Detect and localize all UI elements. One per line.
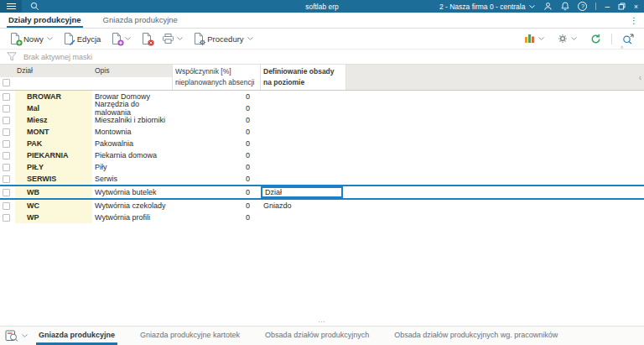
minimize-button[interactable]: – (605, 4, 610, 9)
cell-dzial[interactable]: WC (15, 200, 92, 212)
cell-opis[interactable]: Piły (92, 163, 172, 171)
table-row[interactable]: MalNarzędzia do malowania0 (0, 102, 644, 114)
clone-button[interactable] (108, 31, 134, 46)
cell-opis[interactable]: Piekarnia domowa (92, 151, 172, 159)
row-checkbox[interactable] (3, 164, 10, 171)
column-header-opis[interactable]: Opis (92, 65, 172, 90)
search-button[interactable] (30, 2, 39, 11)
table-row[interactable]: WBWytwórnia butelek0Dział (0, 185, 644, 200)
cell-wspolczynnik[interactable]: 0 (172, 213, 260, 222)
cell-definiowanie[interactable] (260, 114, 346, 126)
definiowanie-edit-input[interactable]: Dział (261, 186, 343, 198)
menu-button[interactable] (0, 0, 22, 13)
cell-wspolczynnik[interactable]: 0 (172, 104, 260, 112)
table-row[interactable]: PIŁYPiły0 (0, 161, 644, 173)
cell-definiowanie[interactable] (260, 161, 346, 173)
row-checkbox[interactable] (3, 93, 10, 101)
chart-button[interactable] (521, 32, 548, 45)
cell-dzial[interactable]: MONT (15, 126, 92, 138)
table-row[interactable]: WCWytwórnia czekolady0Gniazdo (0, 200, 644, 212)
column-header-wspolczynnik[interactable]: Współczynnik [%] nieplanowanych absencji (172, 65, 260, 90)
cell-wspolczynnik[interactable]: 0 (172, 201, 260, 210)
cell-definiowanie[interactable] (260, 149, 346, 161)
cell-dzial[interactable]: PIEKARNIA (15, 149, 92, 161)
company-selector[interactable]: 2 - Nasza firma 0 - centrala (439, 3, 536, 11)
cell-definiowanie[interactable] (260, 91, 346, 102)
table-row[interactable]: MieszMieszalniki i zbiorniki0 (0, 114, 644, 126)
cell-definiowanie[interactable] (260, 173, 346, 185)
maximize-button[interactable] (618, 3, 626, 10)
row-checkbox[interactable] (3, 152, 10, 159)
cell-definiowanie[interactable] (260, 212, 346, 223)
row-checkbox[interactable] (3, 175, 10, 183)
bottom-tab-gniazda-produkcyjne[interactable]: Gniazda produkcyjne (36, 327, 117, 345)
print-button[interactable] (159, 32, 186, 45)
cell-definiowanie[interactable] (260, 102, 346, 114)
delete-button[interactable] (138, 31, 155, 46)
bottom-tab-obsada-działów-produkcyjnych-wg-pracowników[interactable]: Obsada działów produkcyjnych wg. pracown… (392, 327, 560, 345)
cell-wspolczynnik[interactable]: 0 (172, 163, 260, 171)
views-button[interactable] (5, 327, 36, 345)
select-all-checkbox[interactable] (3, 79, 10, 86)
row-checkbox[interactable] (3, 128, 10, 136)
cell-wspolczynnik[interactable]: 0 (172, 128, 260, 136)
cell-dzial[interactable]: WB (15, 186, 92, 198)
row-checkbox[interactable] (3, 189, 10, 196)
cell-wspolczynnik[interactable]: 0 (172, 188, 260, 196)
cell-dzial[interactable]: Miesz (15, 114, 92, 126)
tab-gniazda-produkcyjne[interactable]: Gniazda produkcyjne (101, 13, 179, 28)
overflow-menu-icon[interactable]: ⋮ (624, 13, 644, 28)
cell-opis[interactable]: Montownia (92, 128, 172, 136)
panel-collapse-icon[interactable]: ‹ (639, 73, 641, 82)
cell-opis[interactable]: Wytwórnia profili (92, 213, 172, 222)
cell-wspolczynnik[interactable]: 0 (172, 92, 260, 101)
bottom-tab-gniazda-produkcyjne-kartotek[interactable]: Gniazda produkcyjne kartotek (138, 327, 242, 345)
filter-button[interactable] (7, 52, 17, 61)
table-row[interactable]: MONTMontownia0 (0, 126, 644, 138)
cell-dzial[interactable]: Mal (15, 102, 92, 114)
cell-definiowanie[interactable] (260, 138, 346, 149)
notifications-button[interactable] (561, 2, 569, 11)
row-checkbox[interactable] (3, 105, 10, 112)
row-checkbox[interactable] (3, 202, 10, 210)
cell-opis[interactable]: Pakowalnia (92, 139, 172, 148)
cell-wspolczynnik[interactable]: 0 (172, 116, 260, 124)
table-row[interactable]: PAKPakowalnia0 (0, 138, 644, 149)
cell-opis[interactable]: Narzędzia do malowania (92, 100, 172, 117)
close-button[interactable]: × (634, 3, 638, 11)
cell-opis[interactable]: Wytwórnia butelek (92, 188, 172, 196)
cell-dzial[interactable]: SERWIS (15, 173, 92, 185)
cell-definiowanie[interactable]: Dział (260, 186, 346, 198)
cell-wspolczynnik[interactable]: 0 (172, 139, 260, 148)
table-row[interactable]: WPWytwórnia profili0 (0, 212, 644, 223)
row-checkbox[interactable] (3, 214, 10, 222)
edit-button[interactable]: Edycja (60, 31, 105, 46)
cell-wspolczynnik[interactable]: 0 (172, 151, 260, 159)
row-checkbox[interactable] (3, 117, 10, 124)
cell-dzial[interactable]: PAK (15, 138, 92, 149)
cell-dzial[interactable]: BROWAR (15, 91, 92, 102)
cell-opis[interactable]: Wytwórnia czekolady (92, 201, 172, 210)
settings-button[interactable] (554, 32, 580, 45)
user-button[interactable] (543, 2, 553, 11)
procedures-button[interactable]: Procedury (190, 31, 256, 46)
cell-wspolczynnik[interactable]: 0 (172, 175, 260, 183)
bottom-tab-obsada-działów-produkcyjnych[interactable]: Obsada działów produkcyjnych (262, 327, 371, 345)
table-row[interactable]: PIEKARNIAPiekarnia domowa0 (0, 149, 644, 161)
cell-definiowanie[interactable] (260, 126, 346, 138)
cell-opis[interactable]: Serwis (92, 175, 172, 183)
cell-definiowanie[interactable]: Gniazdo (260, 200, 346, 212)
collapse-toolbar-icon[interactable]: ∧ (621, 44, 624, 50)
cell-dzial[interactable]: PIŁY (15, 161, 92, 173)
help-button[interactable]: ? (578, 2, 587, 11)
refresh-button[interactable] (587, 32, 605, 46)
table-row[interactable]: SERWISSerwis0 (0, 173, 644, 185)
splitter-handle[interactable]: ⋯ (0, 317, 644, 326)
cell-dzial[interactable]: WP (15, 212, 92, 223)
tab-działy-produkcyjne[interactable]: Działy produkcyjne (7, 13, 83, 28)
cell-opis[interactable]: Mieszalniki i zbiorniki (92, 116, 172, 124)
column-header-dzial[interactable]: Dział (15, 65, 92, 90)
new-button[interactable]: Nowy (7, 31, 56, 46)
column-header-definiowanie[interactable]: Definiowanie obsady na poziomie (260, 65, 346, 90)
row-checkbox[interactable] (3, 140, 10, 148)
